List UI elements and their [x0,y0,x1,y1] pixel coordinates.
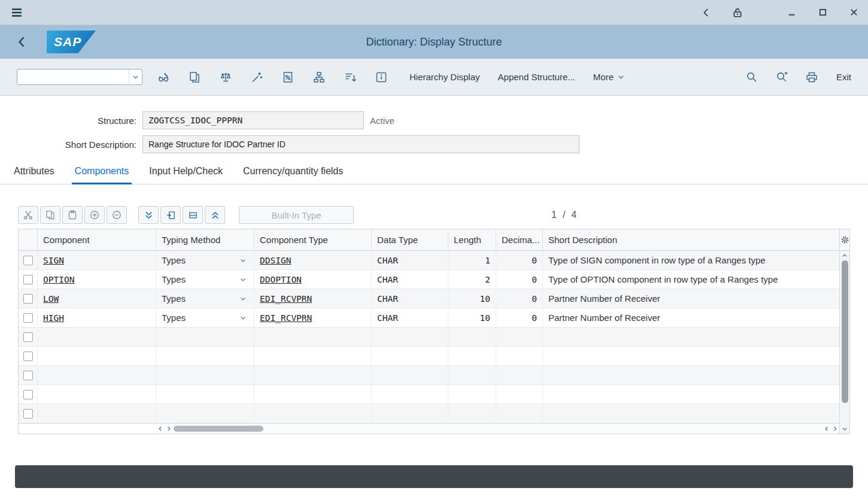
tab-currency-quantity-fields[interactable]: Currency/quantity fields [233,160,353,184]
horizontal-scrollbar[interactable] [19,423,839,434]
hscroll-right-end-icon[interactable] [831,425,839,434]
hscroll-left-end-icon[interactable] [823,425,831,434]
table-row-empty[interactable] [19,385,839,404]
menu-icon[interactable] [7,4,26,22]
column-header-typing-method[interactable]: Typing Method [156,229,254,250]
paste-icon[interactable] [62,206,83,224]
decimals-cell: 0 [496,289,543,308]
short-description-field[interactable]: Range Structure for IDOC Partner ID [142,135,579,153]
component-link[interactable]: SIGN [43,256,64,265]
table-row[interactable]: HIGH Types EDI_RCVPRN CHAR 10 0 Partner … [19,308,839,328]
component-cell: LOW [38,289,156,308]
close-icon[interactable] [846,5,861,20]
component-cell: OPTION [38,270,156,289]
component-type-link[interactable]: EDI_RCVPRN [260,294,312,304]
column-header-data-type[interactable]: Data Type [372,229,448,250]
row-checkbox[interactable] [23,409,33,419]
component-type-link[interactable]: DDSIGN [260,256,291,265]
info-icon[interactable] [371,67,391,87]
row-select-cell [19,385,38,404]
hscroll-track[interactable] [173,424,823,434]
maximize-icon[interactable] [815,5,830,20]
copy-icon[interactable] [40,206,60,224]
sort-icon[interactable] [340,67,360,87]
column-header-length[interactable]: Length [448,229,496,250]
row-checkbox[interactable] [23,332,33,342]
analysis-icon[interactable] [278,67,298,87]
component-link[interactable]: LOW [43,294,59,304]
row-select-cell [19,251,38,269]
structure-field[interactable]: ZOGTCSS_IDOC_PPPRN [142,111,364,129]
exit-button[interactable]: Exit [836,72,851,82]
typing-method-dropdown[interactable]: Types [156,251,254,269]
lock-icon[interactable] [730,5,745,20]
table-row-empty[interactable] [19,328,839,347]
tab-components[interactable]: Components [65,160,139,184]
hscroll-left-icon[interactable] [156,425,165,434]
column-header-component[interactable]: Component [38,229,156,250]
row-checkbox[interactable] [23,275,33,284]
activate-icon[interactable] [247,67,267,87]
column-header-component-type[interactable]: Component Type [254,229,372,250]
table-row[interactable]: SIGN Types DDSIGN CHAR 1 0 Type of SIGN … [19,251,839,270]
component-link[interactable]: OPTION [43,275,74,284]
table-row-empty[interactable] [19,404,839,423]
minimize-icon[interactable] [784,5,799,20]
print-icon[interactable] [802,67,822,87]
table-settings-gear-icon[interactable] [840,229,849,251]
double-chevron-up-icon[interactable] [205,206,225,224]
tab-attributes[interactable]: Attributes [4,160,65,184]
short-description-row: Short Description: Range Structure for I… [0,135,868,153]
built-in-type-button[interactable]: Built-In Type [239,206,354,224]
search-plus-icon[interactable] [772,67,792,87]
table-row-empty[interactable] [19,347,839,366]
table-row[interactable]: LOW Types EDI_RCVPRN CHAR 10 0 Partner N… [19,289,839,308]
row-checkbox[interactable] [23,313,33,323]
command-chevron-down-icon[interactable] [129,69,142,84]
header-back-icon[interactable] [13,33,31,51]
hscroll-thumb[interactable] [174,426,263,432]
typing-method-dropdown[interactable]: Types [156,308,254,327]
hscroll-right-icon[interactable] [165,425,173,434]
column-header-decimals[interactable]: Decima... [496,229,543,250]
typing-method-dropdown[interactable]: Types [156,289,254,308]
remove-row-icon[interactable] [107,206,127,224]
add-row-icon[interactable] [84,206,105,224]
tab-input-help-check[interactable]: Input Help/Check [139,160,233,184]
display-change-icon[interactable] [153,67,174,87]
hierarchy-display-button[interactable]: Hierarchy Display [409,72,480,82]
row-checkbox[interactable] [23,256,33,265]
component-link[interactable]: HIGH [43,313,64,323]
vscroll-thumb[interactable] [842,260,848,403]
table-row[interactable]: OPTION Types DDOPTION CHAR 2 0 Type of O… [19,270,839,289]
row-checkbox[interactable] [23,352,33,361]
cut-icon[interactable] [18,206,38,224]
component-type-link[interactable]: DDOPTION [260,275,302,284]
vscroll-up-icon[interactable] [840,251,849,260]
data-type-cell: CHAR [372,308,448,327]
typing-method-dropdown[interactable]: Types [156,270,254,289]
row-checkbox[interactable] [23,294,33,304]
back-icon[interactable] [699,5,714,20]
command-input[interactable] [17,72,129,82]
typing-method-cell [156,404,254,423]
append-structure-button[interactable]: Append Structure... [498,72,575,82]
typing-method-cell [156,328,254,346]
chevron-down-icon [239,257,247,264]
row-checkbox[interactable] [23,390,33,399]
insert-row-icon[interactable] [160,206,181,224]
row-checkbox[interactable] [23,371,33,380]
column-header-short-description[interactable]: Short Description [543,229,839,250]
more-button[interactable]: More [593,72,625,82]
table-row-empty[interactable] [19,366,839,385]
vertical-scrollbar[interactable] [839,229,849,434]
double-chevron-down-icon[interactable] [138,206,159,224]
search-icon[interactable] [742,67,762,87]
component-type-cell [254,328,372,346]
compare-icon[interactable] [216,67,236,87]
component-type-link[interactable]: EDI_RCVPRN [260,313,312,323]
copy-object-icon[interactable] [184,67,205,87]
hierarchy-icon[interactable] [309,67,329,87]
append-row-icon[interactable] [183,206,203,224]
vscroll-down-icon[interactable] [840,424,849,434]
